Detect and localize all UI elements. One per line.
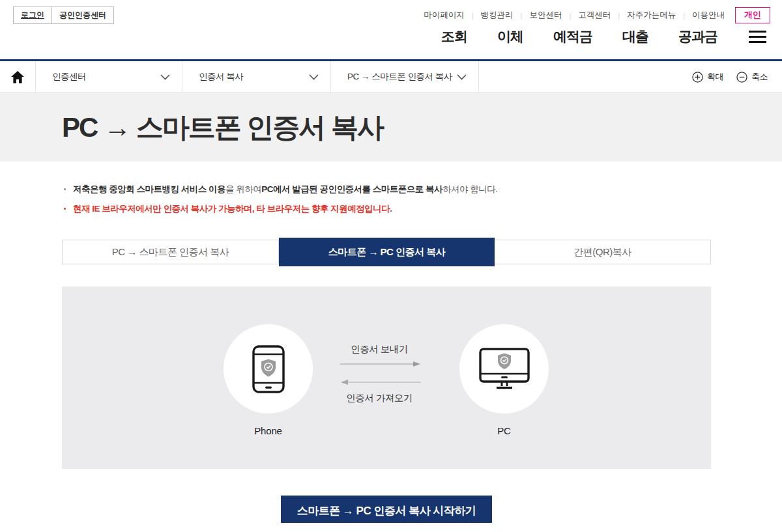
zoom-in-button[interactable]: 확대 bbox=[692, 71, 723, 83]
cta-container: 스마트폰 → PC 인증서 복사 시작하기 bbox=[62, 496, 711, 523]
tab-pc-to-phone[interactable]: PC → 스마트폰 인증서 복사 bbox=[62, 240, 279, 264]
utility-item-guide[interactable]: 이용안내 bbox=[692, 10, 725, 21]
breadcrumb: 인증센터 인증서 복사 PC → 스마트폰 인증서 복사 확대 축소 bbox=[0, 61, 782, 93]
arrow-left-icon bbox=[340, 379, 421, 385]
login-button-group: 로그인 공인인증센터 bbox=[13, 7, 114, 24]
send-arrow-label: 인증서 보내기 bbox=[314, 343, 444, 356]
nav-item-deposits[interactable]: 예적금 bbox=[553, 27, 592, 46]
utility-item-banking[interactable]: 뱅킹관리 bbox=[481, 10, 514, 21]
cert-copy-diagram: 인증서 보내기 인증서 가져오기 Phone PC bbox=[62, 287, 711, 469]
chevron-down-icon bbox=[457, 74, 467, 80]
notice-item: 저축은행 중앙회 스마트뱅킹 서비스 이용을 위하여PC에서 발급된 공인인증서… bbox=[62, 183, 711, 195]
cert-center-button[interactable]: 공인인증센터 bbox=[51, 7, 114, 24]
bullet-dot bbox=[64, 208, 66, 210]
divider: | bbox=[618, 12, 620, 20]
zoom-out-icon bbox=[736, 72, 747, 83]
zoom-in-icon bbox=[692, 72, 703, 83]
start-phone-to-pc-copy-button[interactable]: 스마트폰 → PC 인증서 복사 시작하기 bbox=[281, 496, 493, 523]
utility-item-security[interactable]: 보안센터 bbox=[529, 10, 562, 21]
notice-text-bold: PC에서 발급된 공인인증서를 스마트폰으로 복사 bbox=[261, 184, 442, 194]
cert-copy-tabs: PC → 스마트폰 인증서 복사 스마트폰 → PC 인증서 복사 간편(QR)… bbox=[62, 240, 711, 264]
chevron-down-icon bbox=[309, 74, 319, 80]
pc-circle bbox=[459, 324, 549, 413]
divider: | bbox=[683, 12, 685, 20]
tab-qr-copy[interactable]: 간편(QR)복사 bbox=[495, 240, 711, 264]
breadcrumb-dropdown-pc-to-phone[interactable]: PC → 스마트폰 인증서 복사 bbox=[331, 61, 479, 92]
phone-label: Phone bbox=[224, 425, 313, 436]
breadcrumb-dropdown-label: 인증서 복사 bbox=[199, 71, 243, 83]
hamburger-menu-icon[interactable] bbox=[747, 29, 768, 44]
utility-item-mypage[interactable]: 마이페이지 bbox=[424, 10, 465, 21]
utility-menu: 마이페이지 | 뱅킹관리 | 보안센터 | 고객센터 | 자주가는메뉴 | 이용… bbox=[424, 7, 770, 23]
breadcrumb-dropdown-cert-copy[interactable]: 인증서 복사 bbox=[182, 61, 331, 92]
notice-text-normal: 하셔야 합니다. bbox=[442, 184, 498, 194]
nav-item-bills[interactable]: 공과금 bbox=[678, 27, 717, 46]
pc-icon bbox=[479, 348, 530, 391]
breadcrumb-dropdown-cert-center[interactable]: 인증센터 bbox=[36, 61, 182, 92]
breadcrumb-dropdown-label: 인증센터 bbox=[52, 71, 86, 83]
chevron-down-icon bbox=[160, 74, 170, 80]
nav-item-inquiry[interactable]: 조회 bbox=[441, 27, 467, 46]
page-title: PC → 스마트폰 인증서 복사 bbox=[62, 109, 383, 146]
notice-text-bold: 저축은행 중앙회 스마트뱅킹 서비스 이용 bbox=[73, 184, 225, 194]
divider: | bbox=[472, 12, 474, 20]
notice-text-normal: 을 위하여 bbox=[225, 184, 261, 194]
zoom-in-label: 확대 bbox=[707, 71, 723, 83]
nav-item-transfer[interactable]: 이체 bbox=[497, 27, 523, 46]
home-icon bbox=[11, 71, 24, 83]
divider: | bbox=[569, 12, 571, 20]
receive-arrow-label: 인증서 가져오기 bbox=[314, 392, 444, 404]
tab-phone-to-pc[interactable]: 스마트폰 → PC 인증서 복사 bbox=[279, 238, 495, 266]
notice-warning-text: 현재 IE 브라우저에서만 인증서 복사가 가능하며, 타 브라우저는 향후 지… bbox=[73, 203, 392, 215]
header: 로그인 공인인증센터 마이페이지 | 뱅킹관리 | 보안센터 | 고객센터 | … bbox=[0, 0, 782, 59]
home-button[interactable] bbox=[0, 61, 36, 92]
bullet-dot bbox=[64, 188, 66, 190]
breadcrumb-dropdown-label: PC → 스마트폰 인증서 복사 bbox=[347, 71, 452, 83]
utility-item-customer[interactable]: 고객센터 bbox=[578, 10, 611, 21]
zoom-out-label: 축소 bbox=[751, 71, 768, 83]
notice-text: 저축은행 중앙회 스마트뱅킹 서비스 이용을 위하여PC에서 발급된 공인인증서… bbox=[73, 183, 498, 195]
phone-circle bbox=[224, 324, 313, 413]
nav-item-loans[interactable]: 대출 bbox=[622, 27, 648, 46]
phone-icon bbox=[252, 345, 285, 393]
pc-label: PC bbox=[459, 425, 549, 436]
main-nav: 조회 이체 예적금 대출 공과금 bbox=[441, 27, 768, 46]
utility-item-favorites[interactable]: 자주가는메뉴 bbox=[627, 10, 676, 21]
main-content: 저축은행 중앙회 스마트뱅킹 서비스 이용을 위하여PC에서 발급된 공인인증서… bbox=[62, 183, 711, 523]
personal-badge-button[interactable]: 개인 bbox=[735, 7, 770, 23]
arrow-right-icon bbox=[340, 361, 421, 367]
login-button[interactable]: 로그인 bbox=[13, 7, 52, 24]
page-title-band: PC → 스마트폰 인증서 복사 bbox=[0, 93, 782, 161]
zoom-out-button[interactable]: 축소 bbox=[736, 71, 768, 83]
divider: | bbox=[521, 12, 523, 20]
notice-list: 저축은행 중앙회 스마트뱅킹 서비스 이용을 위하여PC에서 발급된 공인인증서… bbox=[62, 183, 711, 215]
text-zoom-controls: 확대 축소 bbox=[692, 61, 782, 92]
notice-item-warning: 현재 IE 브라우저에서만 인증서 복사가 가능하며, 타 브라우저는 향후 지… bbox=[62, 203, 711, 215]
